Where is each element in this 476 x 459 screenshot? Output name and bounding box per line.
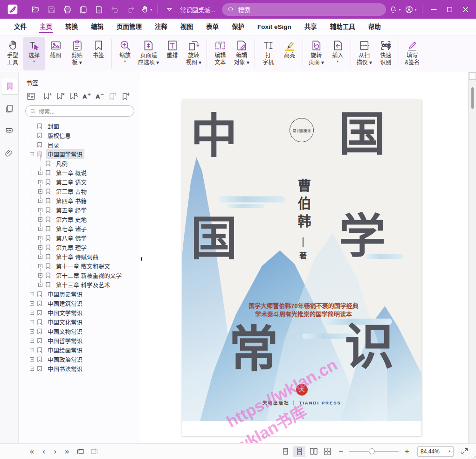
tool-bookmark[interactable]: 书签: [88, 37, 109, 70]
bookmark-label[interactable]: 目录: [46, 140, 61, 150]
bookmark-label[interactable]: 第四章 书籍: [54, 196, 89, 206]
expand-box-icon[interactable]: +: [30, 301, 34, 306]
bookmark-item[interactable]: +中国文化常识: [25, 317, 141, 327]
save-icon[interactable]: [45, 3, 57, 15]
expand-box-icon[interactable]: +: [30, 348, 34, 352]
new-from-page-icon[interactable]: [93, 3, 105, 15]
expand-box-icon[interactable]: +: [38, 199, 42, 203]
expand-box-icon[interactable]: +: [38, 283, 42, 287]
move-bookmark-up-button[interactable]: [107, 90, 118, 102]
expand-box-icon[interactable]: +: [38, 180, 42, 184]
scrollbar-top-box[interactable]: [469, 72, 476, 80]
collapse-toolbar-icon[interactable]: [163, 3, 175, 15]
zoom-out-button[interactable]: −: [334, 445, 347, 459]
bookmark-item[interactable]: +第二章 语文: [25, 177, 141, 187]
tool-snapshot[interactable]: 截图: [45, 37, 66, 70]
bookmark-item[interactable]: 版权信息: [25, 131, 141, 140]
document-tab[interactable]: 常识圆桌派...: [180, 5, 215, 14]
menu-共享[interactable]: 共享: [298, 19, 324, 35]
prev-view-button[interactable]: [74, 446, 86, 457]
redo-icon[interactable]: [124, 3, 137, 15]
bookmark-label[interactable]: 中国政治常识: [46, 355, 84, 364]
menu-页面管理[interactable]: 页面管理: [110, 19, 148, 35]
fullscreen-button[interactable]: [458, 446, 470, 457]
tool-select[interactable]: 选择▾: [23, 37, 45, 70]
bookmark-label[interactable]: 中国书法常识: [46, 364, 84, 374]
bookmark-label[interactable]: 中国文化常识: [46, 317, 84, 327]
last-page-button[interactable]: »: [61, 445, 73, 459]
print-icon[interactable]: [61, 3, 73, 15]
account-icon[interactable]: ▾: [405, 3, 417, 15]
notifications-icon[interactable]: ▾: [389, 3, 401, 15]
bookmark-item[interactable]: +第十三章 科学及艺术: [25, 280, 141, 289]
bookmark-list-button[interactable]: [25, 90, 37, 102]
tool-ocr[interactable]: OCR快速识别: [375, 37, 396, 70]
bookmark-item[interactable]: +中国文物常识: [25, 327, 141, 336]
find-bookmark-button[interactable]: [68, 90, 79, 102]
dropdown-caret-icon[interactable]: ▾: [33, 59, 35, 64]
bookmark-label[interactable]: 第十一章 散文和骈文: [54, 261, 112, 271]
expand-box-icon[interactable]: +: [30, 292, 34, 296]
expand-box-icon[interactable]: +: [30, 320, 34, 324]
dropdown-caret-icon[interactable]: ▾: [445, 449, 450, 453]
bookmark-label[interactable]: 中国国学常识: [46, 149, 84, 159]
expand-box-icon[interactable]: +: [38, 171, 42, 175]
bookmark-label[interactable]: 第二章 语文: [54, 177, 89, 187]
first-page-button[interactable]: «: [26, 445, 38, 459]
bookmark-item[interactable]: 封面: [25, 121, 141, 131]
dropdown-caret-icon[interactable]: ▾: [414, 7, 416, 12]
bookmark-label[interactable]: 中国建筑常识: [46, 299, 84, 308]
continuous-page-button[interactable]: [293, 446, 305, 457]
dropdown-caret-icon[interactable]: ▾: [150, 7, 152, 12]
bookmark-item[interactable]: +第五章 经学: [25, 205, 141, 215]
bookmark-item[interactable]: +中国绘画常识: [25, 345, 141, 355]
bookmark-label[interactable]: 第八章 佛学: [54, 233, 89, 243]
facing-page-button[interactable]: [307, 446, 319, 457]
bookmark-label[interactable]: 第三章 古物: [54, 187, 89, 196]
expand-box-icon[interactable]: +: [30, 329, 34, 334]
delete-bookmark-button[interactable]: [55, 90, 66, 102]
bookmark-label[interactable]: 第十三章 科学及艺术: [54, 280, 112, 290]
expand-box-icon[interactable]: +: [38, 255, 42, 259]
menu-表单[interactable]: 表单: [200, 19, 225, 35]
tool-insert[interactable]: 插入▾: [327, 37, 348, 70]
zoom-slider[interactable]: [349, 451, 399, 452]
bookmark-label[interactable]: 封面: [46, 121, 61, 131]
next-page-button[interactable]: ›: [49, 445, 61, 459]
bookmark-label[interactable]: 第六章 史地: [54, 215, 89, 224]
expand-box-icon[interactable]: +: [38, 208, 42, 212]
bookmark-label[interactable]: 第十二章 新被重视的文学: [54, 271, 124, 280]
menu-保护[interactable]: 保护: [225, 19, 251, 35]
comments-tab[interactable]: [2, 123, 17, 139]
bookmark-item[interactable]: +中国政治常识: [25, 355, 141, 364]
menu-编辑[interactable]: 编辑: [84, 19, 110, 35]
close-icon[interactable]: [459, 3, 471, 15]
bookmark-label[interactable]: 中国历史常识: [46, 289, 84, 299]
tool-edit-text[interactable]: 编辑文本: [209, 37, 231, 70]
tool-fit-page[interactable]: 页面适应选项 ▾: [136, 37, 161, 70]
prev-page-button[interactable]: ‹: [38, 445, 49, 459]
bookmark-label[interactable]: 第九章 理学: [54, 243, 89, 252]
bookmark-item[interactable]: +中国历史常识: [25, 289, 141, 299]
menu-Foxit eSign[interactable]: Foxit eSign: [251, 19, 298, 35]
menu-转换[interactable]: 转换: [59, 19, 84, 35]
menu-注释[interactable]: 注释: [148, 19, 174, 35]
bookmark-item[interactable]: +中国文学常识: [25, 308, 141, 317]
expand-box-icon[interactable]: +: [30, 367, 34, 371]
bookmark-item[interactable]: 目录: [25, 140, 141, 149]
open-file-icon[interactable]: [29, 3, 41, 15]
tool-scanner[interactable]: 从扫描仪 ▾: [353, 37, 375, 70]
vertical-scrollbar[interactable]: [468, 72, 476, 443]
bookmark-item[interactable]: +第四章 书籍: [25, 196, 141, 205]
bookmark-label[interactable]: 第七章 诸子: [54, 224, 89, 234]
bookmark-item[interactable]: +第一章 概说: [25, 168, 141, 177]
dropdown-caret-icon[interactable]: ▾: [124, 59, 126, 64]
bookmark-item[interactable]: +第七章 诸子: [25, 224, 141, 233]
panel-collapse-handle[interactable]: ◀: [141, 256, 142, 262]
move-bookmark-down-button[interactable]: [120, 90, 131, 102]
expand-box-icon[interactable]: +: [38, 217, 42, 222]
bookmark-item[interactable]: +第十一章 散文和骈文: [25, 261, 141, 271]
dropdown-caret-icon[interactable]: ▾: [337, 59, 338, 64]
expand-box-icon[interactable]: +: [30, 311, 34, 315]
bookmark-label[interactable]: 第十章 诗赋词曲: [54, 252, 100, 262]
